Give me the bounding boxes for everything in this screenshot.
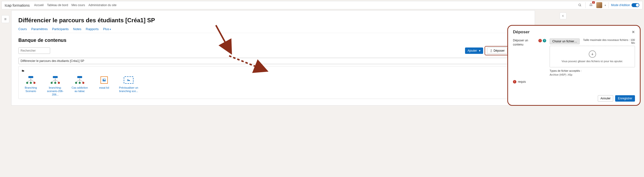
- nav-links: Accueil Tableau de bord Mes cours Admini…: [34, 4, 577, 7]
- user-caret-icon[interactable]: ▾: [605, 4, 606, 7]
- page-title: Différencier le parcours des étudiants […: [18, 17, 528, 24]
- content-item[interactable]: essai kd: [94, 75, 114, 96]
- svg-point-23: [34, 82, 36, 84]
- svg-point-0: [579, 4, 581, 6]
- tab-plus[interactable]: Plus: [103, 27, 111, 33]
- tab-participants[interactable]: Participants: [52, 27, 69, 33]
- max-size-text: Taille maximale des nouveaux fichiers : …: [582, 39, 635, 44]
- tab-notes[interactable]: Notes: [73, 27, 82, 33]
- dropzone[interactable]: Vous pouvez glisser des fichiers ici pou…: [550, 46, 635, 67]
- svg-point-21: [26, 82, 28, 84]
- navbar: Icap formations Accueil Tableau de bord …: [2, 1, 642, 9]
- toolbar: Ajouter Déposer: [18, 47, 528, 55]
- notification-badge: 2: [592, 1, 595, 4]
- image-icon: [98, 75, 111, 85]
- item-label: essai kd: [94, 86, 114, 90]
- save-button[interactable]: Enregistrer: [615, 95, 635, 102]
- svg-point-29: [50, 82, 52, 84]
- svg-rect-15: [28, 76, 33, 78]
- item-label: Branching Scenario: [21, 86, 40, 93]
- upload-dialog: Déposer ✕ Déposer un contenu ! ? Choisir…: [507, 25, 640, 106]
- cancel-button[interactable]: Annuler: [598, 95, 613, 102]
- content-item[interactable]: Cas addiction au tabac: [70, 75, 90, 96]
- search-input[interactable]: [18, 48, 50, 54]
- content-item[interactable]: branching-scenario-206-206...: [46, 75, 65, 96]
- content-item[interactable]: Branching Scenario: [21, 75, 40, 96]
- svg-point-31: [58, 82, 60, 84]
- download-arrow-icon[interactable]: [589, 50, 596, 58]
- svg-line-26: [52, 80, 55, 82]
- brand[interactable]: Icap formations: [5, 3, 30, 7]
- svg-point-30: [54, 82, 56, 84]
- edit-mode-toggle[interactable]: Mode d'édition: [611, 3, 639, 7]
- svg-line-20: [31, 80, 34, 82]
- sidebar-toggle[interactable]: [2, 15, 9, 23]
- bell-icon[interactable]: 2: [588, 2, 594, 8]
- nav-link-tableau[interactable]: Tableau de bord: [47, 4, 68, 7]
- section-title: Banque de contenus: [18, 38, 528, 43]
- choose-file-button[interactable]: Choisir un fichier…: [550, 39, 580, 44]
- svg-line-18: [27, 80, 31, 82]
- required-note: ! requis: [513, 80, 635, 83]
- nav-link-accueil[interactable]: Accueil: [34, 4, 44, 7]
- avatar[interactable]: [596, 2, 602, 8]
- course-select[interactable]: Différencier le parcours des étudiants […: [18, 58, 528, 64]
- svg-rect-32: [77, 76, 82, 78]
- content-item[interactable]: Prévisualiser un branching sce...: [119, 75, 138, 96]
- divider: [585, 2, 586, 8]
- items-grid: Branching Scenario branching-scenario-20…: [21, 75, 525, 96]
- types-value: Archive (H5P) .h5p: [550, 73, 635, 76]
- folder-icon[interactable]: [21, 69, 525, 75]
- svg-point-37: [75, 82, 77, 84]
- required-icon: !: [513, 80, 516, 83]
- item-label: Prévisualiser un branching sce...: [119, 86, 138, 93]
- upload-button[interactable]: Déposer: [487, 48, 507, 54]
- branching-icon: [24, 75, 38, 85]
- nav-link-admin[interactable]: Administration du site: [88, 4, 116, 7]
- upload-icon: [490, 49, 493, 52]
- add-button[interactable]: Ajouter: [465, 48, 483, 54]
- tabs: Cours Paramètres Participants Notes Rapp…: [18, 27, 528, 33]
- items-box: Branching Scenario branching-scenario-20…: [18, 66, 528, 99]
- tab-cours[interactable]: Cours: [18, 27, 27, 33]
- branching-icon: [73, 75, 86, 85]
- nav-right: 2 ▾ Mode d'édition: [577, 2, 639, 8]
- svg-point-39: [82, 82, 84, 84]
- svg-line-34: [76, 80, 80, 82]
- image-dashed-icon: [122, 75, 135, 85]
- svg-point-42: [128, 79, 128, 80]
- item-label: branching-scenario-206-206...: [46, 86, 65, 96]
- search-icon[interactable]: [577, 2, 583, 8]
- svg-rect-24: [53, 76, 58, 78]
- chevron-down-icon: [478, 49, 480, 52]
- tab-rapports[interactable]: Rapports: [86, 27, 99, 33]
- svg-point-22: [30, 82, 32, 84]
- svg-line-36: [80, 80, 83, 82]
- divider: [608, 2, 608, 8]
- dialog-title: Déposer: [513, 30, 530, 35]
- types-label: Types de fichier acceptés :: [550, 69, 635, 72]
- svg-line-28: [55, 80, 59, 82]
- branching-icon: [49, 75, 62, 85]
- nav-link-mescours[interactable]: Mes cours: [72, 4, 85, 7]
- tab-parametres[interactable]: Paramètres: [31, 27, 48, 33]
- chevron-down-icon: [109, 27, 111, 31]
- required-icon: !: [538, 39, 542, 42]
- svg-line-1: [580, 6, 581, 6]
- toggle-icon[interactable]: [632, 3, 639, 7]
- drawer-toggle[interactable]: [560, 13, 566, 19]
- form-label: Déposer un contenu: [513, 39, 535, 76]
- help-icon[interactable]: ?: [543, 39, 546, 42]
- item-label: Cas addiction au tabac: [70, 86, 90, 93]
- svg-point-38: [79, 82, 81, 84]
- dropzone-text: Vous pouvez glisser des fichiers ici pou…: [552, 60, 632, 63]
- close-icon[interactable]: ✕: [632, 30, 635, 34]
- content-area: Différencier le parcours des étudiants […: [11, 10, 535, 105]
